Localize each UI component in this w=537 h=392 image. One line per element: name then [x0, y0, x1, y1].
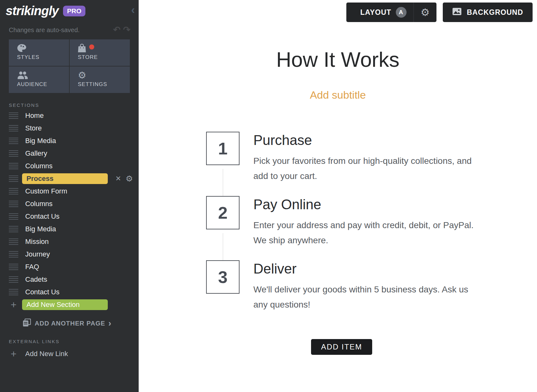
section-label: Columns	[25, 162, 53, 170]
styles-label: STYLES	[17, 54, 69, 61]
sidebar-item-contact-us[interactable]: Contact Us	[0, 210, 139, 223]
sidebar-item-mission[interactable]: Mission	[0, 235, 139, 248]
step-number-box: 1	[206, 132, 240, 165]
collapse-sidebar-icon[interactable]: ‹	[131, 4, 135, 16]
drag-handle-icon[interactable]	[9, 239, 18, 245]
close-icon[interactable]: ✕	[115, 175, 121, 182]
palette-icon	[17, 43, 69, 53]
drag-handle-icon[interactable]	[9, 188, 18, 194]
section-label: Home	[25, 112, 44, 120]
step-description[interactable]: Enter your address and pay with credit, …	[253, 218, 477, 248]
sidebar-item-custom-form[interactable]: Custom Form	[0, 185, 139, 198]
layout-button-group: LAYOUT A ⚙	[346, 3, 436, 22]
settings-button[interactable]: ⚙ SETTINGS	[70, 66, 130, 93]
section-label: Custom Form	[25, 187, 67, 195]
step-number-box: 2	[206, 196, 240, 229]
add-new-link-button[interactable]: + Add New Link	[0, 348, 139, 360]
add-item-button[interactable]: ADD ITEM	[311, 339, 372, 355]
sidebar-item-process[interactable]: Process✕⚙	[0, 172, 139, 185]
store-label: STORE	[78, 54, 130, 61]
autosave-status: Changes are auto-saved.	[9, 26, 80, 34]
sidebar-item-columns[interactable]: Columns	[0, 160, 139, 172]
sidebar-item-columns[interactable]: Columns	[0, 198, 139, 210]
store-button[interactable]: STORE	[70, 39, 130, 66]
active-section-pill[interactable]: Process	[22, 173, 108, 184]
step-row-purchase: 1 Purchase Pick your favorites from our …	[206, 132, 477, 196]
sidebar-item-faq[interactable]: FAQ	[0, 261, 139, 273]
step-connector-line	[223, 233, 223, 260]
step-connector-line	[223, 169, 223, 196]
step-title[interactable]: Pay Online	[253, 197, 477, 213]
drag-handle-icon[interactable]	[9, 201, 18, 207]
step-row-pay-online: 2 Pay Online Enter your address and pay …	[206, 196, 477, 260]
sidebar-item-contact-us[interactable]: Contact Us	[0, 286, 139, 298]
add-another-page-label: ADD ANOTHER PAGE	[35, 320, 105, 327]
plus-icon: +	[9, 300, 18, 310]
drag-handle-icon[interactable]	[9, 226, 18, 232]
drag-handle-icon[interactable]	[9, 176, 18, 182]
image-icon	[452, 8, 462, 17]
audience-button[interactable]: AUDIENCE	[9, 66, 69, 93]
layout-variant-badge: A	[396, 7, 407, 18]
section-settings-button[interactable]: ⚙	[414, 3, 437, 22]
add-another-page-button[interactable]: ADD ANOTHER PAGE ›	[23, 319, 139, 328]
sidebar-item-store[interactable]: Store	[0, 122, 139, 135]
drag-handle-icon[interactable]	[9, 251, 18, 257]
section-label: Cadets	[25, 275, 47, 284]
section-list: HomeStoreBig MediaGalleryColumnsProcess✕…	[0, 109, 139, 311]
drag-handle-icon[interactable]	[9, 112, 18, 119]
process-section: How It Works Add subtitle 1 Purchase Pic…	[139, 0, 537, 355]
undo-icon[interactable]: ↶	[113, 26, 120, 34]
add-new-section-button[interactable]: +Add New Section	[0, 298, 139, 311]
drag-handle-icon[interactable]	[9, 125, 18, 131]
strikingly-logo: strikingly	[6, 4, 59, 18]
step-number-box: 3	[206, 260, 240, 294]
plus-icon: +	[9, 349, 18, 359]
layout-button[interactable]: LAYOUT A	[346, 3, 413, 22]
section-label: Big Media	[25, 225, 56, 233]
sidebar-item-big-media[interactable]: Big Media	[0, 135, 139, 147]
drag-handle-icon[interactable]	[9, 150, 18, 157]
add-new-section-pill[interactable]: Add New Section	[22, 299, 108, 310]
add-new-link-label: Add New Link	[25, 350, 68, 358]
drag-handle-icon[interactable]	[9, 276, 18, 283]
sidebar-item-home[interactable]: Home	[0, 109, 139, 122]
gear-icon[interactable]: ⚙	[125, 175, 133, 183]
section-title[interactable]: How It Works	[139, 47, 537, 72]
autosave-row: Changes are auto-saved. ↶ ↷	[0, 26, 139, 34]
styles-button[interactable]: STYLES	[9, 39, 69, 66]
gear-icon: ⚙	[421, 6, 430, 18]
step-row-deliver: 3 Deliver We'll deliver your goods withi…	[206, 260, 477, 325]
step-title[interactable]: Deliver	[253, 261, 477, 277]
background-label: BACKGROUND	[467, 8, 523, 17]
people-icon	[17, 70, 69, 80]
step-description[interactable]: We'll deliver your goods within 5 busine…	[253, 282, 477, 312]
drag-handle-icon[interactable]	[9, 213, 18, 220]
drag-handle-icon[interactable]	[9, 163, 18, 169]
chevron-right-icon: ›	[108, 319, 111, 328]
section-label: Columns	[25, 200, 53, 208]
sidebar-item-big-media[interactable]: Big Media	[0, 223, 139, 235]
section-label: Journey	[25, 250, 50, 258]
step-description[interactable]: Pick your favorites from our high-qualit…	[253, 153, 477, 184]
store-notification-dot	[89, 44, 94, 49]
sections-header: SECTIONS	[9, 102, 130, 108]
drag-handle-icon[interactable]	[9, 289, 18, 295]
step-title[interactable]: Purchase	[253, 132, 477, 148]
section-label: Big Media	[25, 137, 56, 145]
audience-label: AUDIENCE	[17, 81, 69, 88]
layout-label: LAYOUT	[360, 8, 391, 17]
bag-icon	[78, 43, 130, 53]
sidebar-item-journey[interactable]: Journey	[0, 248, 139, 261]
section-subtitle-placeholder[interactable]: Add subtitle	[139, 89, 537, 101]
redo-icon[interactable]: ↷	[123, 26, 130, 34]
background-button[interactable]: BACKGROUND	[443, 3, 533, 22]
drag-handle-icon[interactable]	[9, 138, 18, 144]
sidebar-item-cadets[interactable]: Cadets	[0, 273, 139, 286]
section-label: Store	[25, 124, 42, 132]
editor-canvas: LAYOUT A ⚙ BACKGROUND How It Works Add s…	[139, 0, 537, 392]
section-toolbar: LAYOUT A ⚙ BACKGROUND	[346, 3, 533, 22]
section-label: Contact Us	[25, 288, 60, 296]
drag-handle-icon[interactable]	[9, 264, 18, 270]
sidebar-item-gallery[interactable]: Gallery	[0, 147, 139, 160]
